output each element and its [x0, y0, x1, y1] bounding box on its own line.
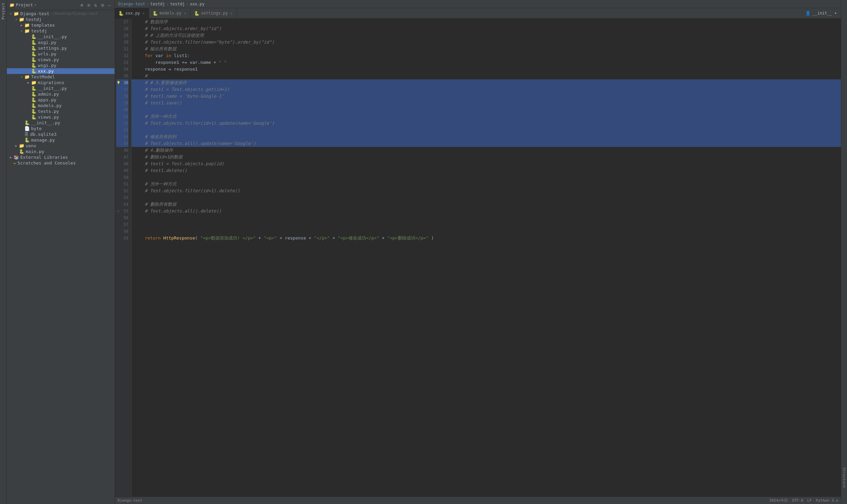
tree-item-byte[interactable]: 📄 byte [7, 126, 114, 131]
tree-item-scratches[interactable]: ✏ Scratches and Consoles [7, 160, 114, 166]
code-line-52: # Test.objects.filter(id=1).delete() [131, 187, 841, 194]
sort-icon[interactable]: ⇅ [93, 2, 98, 8]
settings-icon[interactable]: ⚙ [100, 2, 105, 8]
code-line-41: # 另外一种方式 [131, 113, 841, 120]
tree-item-django-test[interactable]: ▾ 📁 Django-test ~/Desktop/Django-test [7, 11, 114, 17]
tree-item-settings[interactable]: 🐍 settings.py [7, 45, 114, 51]
folder-icon: 📁 [24, 29, 30, 33]
line-numbers: 27 28 29 30 31 32 33 34 35 💡 36 37 38 39… [115, 19, 131, 497]
tree-item-manage[interactable]: 🐍 manage.py [7, 137, 114, 143]
folder-icon: 📁 [10, 3, 15, 7]
tree-item-migrations[interactable]: ▶ 📁 migrations [7, 80, 114, 86]
tree-label-byte: byte [31, 126, 41, 131]
tree-label-xxx: xxx.py [38, 69, 54, 74]
tree-item-urls[interactable]: 🐍 urls.py [7, 51, 114, 57]
user-avatar-icon: 👤 [806, 11, 811, 16]
tree-label-testmodel: TestModel [31, 74, 55, 79]
tree-item-wsgi[interactable]: 🐍 wsgi.py [7, 62, 114, 68]
tab-settings-py[interactable]: 🐍 settings.py ✕ [191, 8, 237, 18]
tab-close-models[interactable]: ✕ [183, 11, 187, 16]
py-icon: 🐍 [31, 69, 36, 74]
line-num-52: 52 [116, 187, 128, 194]
tree-item-init-py-1[interactable]: 🐍 __init__.py [7, 34, 114, 39]
code-line-36: # # 3.更新修改操作 [131, 79, 841, 86]
add-icon[interactable]: ⊕ [80, 2, 84, 8]
project-header-left: 📁 Project ▾ [10, 3, 36, 7]
code-line-51: # 另外一种方式 [131, 181, 841, 187]
tree-item-init-3[interactable]: 🐍 __init__.py [7, 120, 114, 126]
tab-close-settings[interactable]: ✕ [229, 11, 233, 16]
line-num-28: 28 [116, 25, 128, 32]
line-num-47: 47 [116, 154, 128, 160]
tree-label-views-2: views.py [38, 114, 59, 120]
breadcrumb-xxx-py[interactable]: xxx.py [190, 2, 205, 6]
project-panel: 📁 Project ▾ ⊕ ≡ ⇅ ⚙ — ▾ 📁 Django-test ~/… [7, 0, 115, 504]
collapse-all-icon[interactable]: ≡ [86, 2, 91, 8]
tree-label-views-1: views.py [38, 57, 59, 62]
sidebar-tab-project[interactable]: Project [0, 0, 6, 22]
code-line-48: # test1 = Test.objects.pop(id) [131, 160, 841, 167]
code-line-42: # Test.objects.filter(id=1).update(name=… [131, 120, 841, 127]
tree-item-testdj-sub[interactable]: ▾ 📁 testdj [7, 28, 114, 34]
line-num-59: 59 [116, 235, 128, 241]
structure-tab[interactable]: Structure [841, 465, 847, 490]
tree-item-init-2[interactable]: 🐍 __init__.py [7, 86, 114, 91]
tree-item-views-2[interactable]: 🐍 views.py [7, 114, 114, 120]
code-line-44: # 修改所有的列 [131, 133, 841, 140]
py-icon: 🐍 [24, 138, 30, 143]
expand-arrow: ▾ [14, 18, 19, 21]
expand-arrow: ▶ [8, 156, 14, 159]
line-num-34: 34 [116, 66, 128, 73]
folder-icon: 📁 [19, 17, 24, 22]
line-num-54: 54 [116, 201, 128, 208]
code-line-46: # 4.删除操作 [131, 147, 841, 154]
tree-item-models[interactable]: 🐍 models.py [7, 103, 114, 108]
expand-arrow: ▾ [8, 12, 14, 16]
tree-item-xxx[interactable]: 🐍 xxx.py [7, 68, 114, 74]
line-num-49: 49 [116, 167, 128, 174]
close-panel-icon[interactable]: — [107, 2, 112, 8]
tab-xxx-py[interactable]: 🐍 xxx.py ✕ [115, 8, 149, 18]
py-icon: 🐍 [31, 57, 36, 62]
chevron-down-icon[interactable]: ▾ [34, 3, 36, 7]
tree-item-asgi[interactable]: 🐍 asgi.py [7, 39, 114, 45]
user-dropdown[interactable]: __init__ ▾ [813, 11, 837, 16]
line-num-32: 32 [116, 52, 128, 59]
tab-bar: 🐍 xxx.py ✕ 🐍 models.py ✕ 🐍 settings.py ✕ [115, 8, 801, 18]
breadcrumb-testdj-1[interactable]: testdj [151, 2, 165, 6]
tree-item-external-libs[interactable]: ▶ 📚 External Libraries [7, 155, 114, 160]
line-num-31: 31 [116, 46, 128, 52]
code-line-38: # test1.name = 'byte-Google-1' [131, 93, 841, 100]
tree-item-apps[interactable]: 🐍 apps.py [7, 97, 114, 103]
code-area[interactable]: # 数据排序 # Test.objects.order_by("id") # #… [131, 19, 841, 497]
tree-item-views-1[interactable]: 🐍 views.py [7, 57, 114, 62]
line-num-37: 37 [116, 86, 128, 93]
line-num-42: 42 [116, 120, 128, 127]
db-icon: 🗄 [24, 132, 29, 137]
tree-item-testdj-root[interactable]: ▾ 📁 testdj [7, 17, 114, 22]
tree-item-venv[interactable]: ▶ 📁 venv [7, 143, 114, 149]
user-area: 👤 __init__ ▾ [801, 8, 841, 18]
tab-close-xxx[interactable]: ✕ [142, 11, 145, 16]
breadcrumb-django-test[interactable]: Django-test [118, 2, 145, 6]
line-num-27: 27 [116, 19, 128, 25]
tree-item-testmodel[interactable]: ▾ 📁 TestModel [7, 74, 114, 80]
line-num-43: 43 [116, 127, 128, 133]
tree-item-templates[interactable]: ▶ 📁 templates [7, 22, 114, 28]
tree-item-admin[interactable]: 🐍 admin.py [7, 91, 114, 97]
breadcrumb-testdj-2[interactable]: testdj [170, 2, 184, 6]
tree-item-db[interactable]: 🗄 db.sqlite3 [7, 131, 114, 137]
tree-item-tests[interactable]: 🐍 tests.py [7, 108, 114, 114]
tree-item-main[interactable]: 🐍 main.py [7, 149, 114, 155]
tree-label-apps: apps.py [38, 97, 56, 102]
code-line-53 [131, 194, 841, 201]
line-num-55: ⊟55 [116, 208, 128, 215]
code-line-58 [131, 228, 841, 235]
tree-label-templates: templates [31, 23, 55, 28]
code-line-45: # Test.objects.all().update(name='Google… [131, 140, 841, 147]
tab-models-py[interactable]: 🐍 models.py ✕ [149, 8, 191, 18]
status-right: 2024/今日 UTF-8 LF Python 3.x [769, 498, 838, 503]
project-header: 📁 Project ▾ ⊕ ≡ ⇅ ⚙ — [7, 0, 114, 10]
tree-label-django-test: Django-test [20, 11, 49, 16]
tree-label-migrations: migrations [38, 80, 64, 85]
